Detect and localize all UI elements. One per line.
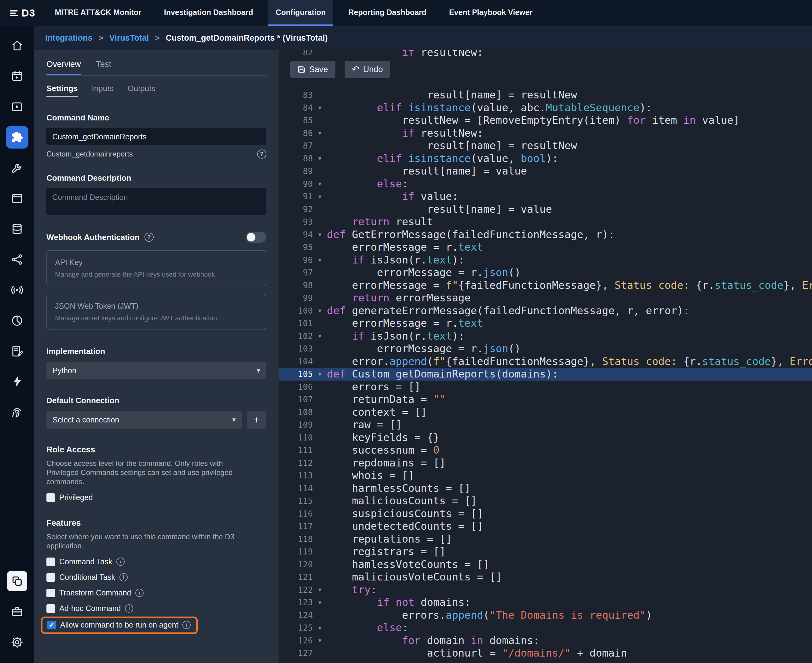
code-text[interactable]: errorMessage = f"{failedFunctionMessage}… (327, 279, 812, 292)
code-line-107[interactable]: 107 returnData = "" (279, 393, 812, 406)
code-text[interactable]: context = [] (327, 406, 427, 419)
code-text[interactable]: if isJson(r.text): (327, 330, 464, 343)
code-line-95[interactable]: 95 errorMessage = r.text (279, 241, 812, 254)
conditional-task-checkbox[interactable] (47, 573, 55, 582)
code-line-92[interactable]: 92 result[name] = value (279, 203, 812, 216)
code-text[interactable]: maliciousVoteCounts = [] (327, 571, 502, 584)
code-line-83[interactable]: 83 result[name] = resultNew (279, 89, 812, 102)
code-text[interactable]: errorMessage = r.json() (327, 342, 521, 355)
fold-icon[interactable]: ▾ (313, 129, 327, 137)
feature-adhoc-command-row[interactable]: Ad-hoc Command (47, 604, 266, 613)
jwt-card[interactable]: JSON Web Token (JWT) Manage secret keys … (47, 294, 266, 330)
code-line-97[interactable]: 97 errorMessage = r.json() (279, 266, 812, 279)
privileged-checkbox[interactable] (47, 493, 55, 502)
sidebar-item-home[interactable] (0, 30, 34, 61)
code-line-116[interactable]: 116 suspiciousCounts = [] (279, 508, 812, 520)
fold-icon[interactable]: ▾ (313, 586, 327, 593)
code-line-98[interactable]: 98 errorMessage = f"{failedFunctionMessa… (279, 279, 812, 292)
info-icon[interactable] (125, 604, 133, 613)
code-line-89[interactable]: 89 result[name] = value (279, 165, 812, 178)
code-text[interactable]: def generateErrorMessage(failedFunctionM… (327, 304, 689, 317)
code-line-126[interactable]: 126▾ for domain in domains: (279, 634, 812, 647)
undo-button[interactable]: Undo (345, 61, 391, 78)
code-text[interactable]: if resultNew: (327, 127, 483, 140)
code-text[interactable]: errorMessage = r.text (327, 317, 483, 330)
code-line-87[interactable]: 87 result[name] = resultNew (279, 139, 812, 152)
code-line-118[interactable]: 118 reputations = [] (279, 533, 812, 546)
code-line-124[interactable]: 124 errors.append("The Domains is requir… (279, 609, 812, 622)
code-text[interactable]: resultNew = [RemoveEmptyEntry(item) for … (327, 114, 739, 127)
code-text[interactable]: raw = [] (327, 419, 402, 431)
fold-icon[interactable]: ▾ (313, 104, 327, 111)
code-text[interactable]: keyFields = {} (327, 431, 439, 444)
code-line-84[interactable]: 84▾ elif isinstance(value, abc.MutableSe… (279, 102, 812, 114)
code-line-104[interactable]: 104 error.append(f"{failedFunctionMessag… (279, 355, 812, 368)
code-text[interactable]: undetectedCounts = [] (327, 520, 483, 533)
code-text[interactable]: def GetErrorMessage(failedFunctionMessag… (327, 228, 615, 241)
code-text[interactable]: result[name] = resultNew (327, 139, 577, 152)
sidebar-item-database[interactable] (0, 213, 34, 244)
fold-icon[interactable]: ▾ (313, 332, 327, 340)
code-line-100[interactable]: 100▾def generateErrorMessage(failedFunct… (279, 304, 812, 317)
code-text[interactable]: elif isinstance(value, bool): (327, 152, 558, 165)
feature-run-on-agent-row[interactable]: Allow command to be run on agent (47, 621, 190, 629)
code-text[interactable]: whois = [] (327, 469, 415, 482)
code-text[interactable]: maliciousCounts = [] (327, 495, 477, 508)
nav-item-investigation-dashboard[interactable]: Investigation Dashboard (157, 0, 261, 26)
command-name-input[interactable]: Custom_getDomainReports (47, 128, 266, 145)
sidebar-item-form[interactable] (0, 336, 34, 367)
code-text[interactable]: elif isinstance(value, abc.MutableSequen… (327, 102, 652, 114)
code-text[interactable]: registrars = [] (327, 545, 446, 558)
code-line-101[interactable]: 101 errorMessage = r.text (279, 317, 812, 330)
fold-icon[interactable]: ▾ (313, 599, 327, 606)
code-line-85[interactable]: 85 resultNew = [RemoveEmptyEntry(item) f… (279, 114, 812, 127)
code-text[interactable]: suspiciousCounts = [] (327, 508, 483, 520)
code-text[interactable]: error.append(f"{failedFunctionMessage}, … (327, 355, 812, 368)
webhook-toggle[interactable] (245, 232, 266, 243)
code-text[interactable]: if isJson(r.text): (327, 254, 464, 267)
code-line-86[interactable]: 86▾ if resultNew: (279, 127, 812, 140)
sidebar-item-copy[interactable] (0, 566, 34, 597)
sidebar-item-reports[interactable] (0, 306, 34, 336)
adhoc-command-checkbox[interactable] (47, 604, 55, 613)
code-line-96[interactable]: 96▾ if isJson(r.text): (279, 254, 812, 267)
save-button[interactable]: Save (290, 61, 336, 78)
transform-command-checkbox[interactable] (47, 589, 55, 597)
code-text[interactable]: return errorMessage (327, 292, 471, 304)
code-text[interactable]: else: (327, 178, 408, 191)
code-line-90[interactable]: 90▾ else: (279, 178, 812, 191)
code-text[interactable]: result[name] = resultNew (327, 89, 577, 102)
code-text[interactable]: def Custom_getDomainReports(domains): (327, 368, 558, 380)
fold-icon[interactable]: ▾ (313, 307, 327, 314)
breadcrumb-virustotal[interactable]: VirusTotal (109, 33, 149, 43)
connection-select[interactable]: Select a connection (47, 411, 242, 429)
nav-item-mitre-attack-monitor[interactable]: MITRE ATT&CK Monitor (47, 0, 149, 26)
code-text[interactable]: returnData = "" (327, 393, 446, 406)
code-line-111[interactable]: 111 successnum = 0 (279, 444, 812, 457)
code-line-105[interactable]: 105▾def Custom_getDomainReports(domains)… (279, 368, 812, 380)
code-line-123[interactable]: 123▾ if not domains: (279, 596, 812, 609)
code-text[interactable]: actionurl = "/domains/" + domain (327, 647, 627, 660)
code-text[interactable]: return result (327, 215, 433, 228)
code-line-109[interactable]: 109 raw = [] (279, 419, 812, 431)
info-icon[interactable] (116, 558, 124, 566)
code-line-127[interactable]: 127 actionurl = "/domains/" + domain (279, 647, 812, 660)
code-text[interactable]: try: (327, 584, 377, 597)
command-task-checkbox[interactable] (47, 558, 55, 566)
fold-icon[interactable]: ▾ (313, 256, 327, 264)
code-text[interactable]: errorMessage = r.text (327, 241, 483, 254)
code-line-114[interactable]: 114 harmlessCounts = [] (279, 482, 812, 495)
code-line-88[interactable]: 88▾ elif isinstance(value, bool): (279, 152, 812, 165)
info-icon[interactable] (119, 573, 128, 581)
sidebar-item-video[interactable] (0, 91, 34, 122)
code-line-110[interactable]: 110 keyFields = {} (279, 431, 812, 444)
help-icon[interactable] (257, 149, 266, 158)
code-line-119[interactable]: 119 registrars = [] (279, 545, 812, 558)
code-line-112[interactable]: 112 repdomains = [] (279, 457, 812, 469)
breadcrumb-integrations[interactable]: Integrations (45, 33, 92, 43)
api-key-card[interactable]: API Key Manage and generate the API keys… (47, 250, 266, 286)
implementation-select[interactable]: Python (47, 362, 266, 379)
code-line-103[interactable]: 103 errorMessage = r.json() (279, 342, 812, 355)
fold-icon[interactable]: ▾ (313, 637, 327, 644)
sidebar-item-share[interactable] (0, 244, 34, 275)
